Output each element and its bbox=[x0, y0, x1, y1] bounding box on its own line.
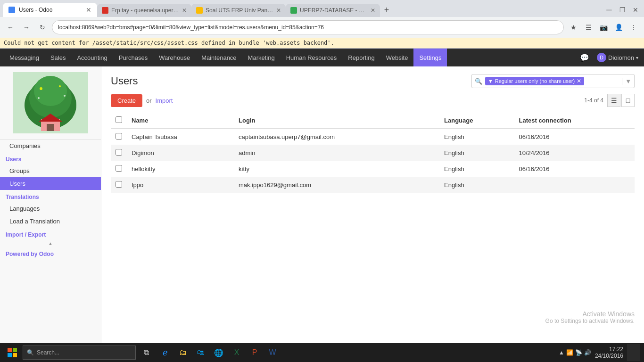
browser-tabs: Users - Odoo ✕ Erp tay - queenelsa.uperp… bbox=[0, 0, 644, 17]
taskbar-photos-icon[interactable]: 🌐 bbox=[210, 344, 227, 361]
svg-point-7 bbox=[38, 97, 40, 99]
restore-button[interactable]: ❐ bbox=[617, 4, 628, 16]
taskbar-expand-icon[interactable]: ▲ bbox=[559, 349, 564, 356]
address-bar[interactable]: localhost:8069/web?db=bms#page=0&limit=8… bbox=[52, 20, 564, 34]
chat-icon[interactable]: 💬 bbox=[578, 51, 591, 64]
row-checkbox[interactable] bbox=[116, 149, 122, 156]
or-separator: or bbox=[146, 97, 152, 104]
nav-reporting[interactable]: Reporting bbox=[342, 49, 380, 66]
show-desktop-button[interactable] bbox=[627, 344, 640, 361]
active-tab[interactable]: Users - Odoo ✕ bbox=[3, 3, 97, 17]
table-row[interactable]: hellokitty kitty English 06/16/2016 bbox=[111, 161, 635, 177]
taskbar-excel-icon[interactable]: X bbox=[228, 344, 245, 361]
import-export-label: Import / Export bbox=[6, 231, 46, 238]
username-label: Dioiomon bbox=[608, 54, 634, 61]
search-input[interactable] bbox=[584, 78, 622, 84]
sidebar-item-languages[interactable]: Languages bbox=[0, 202, 101, 215]
svg-rect-15 bbox=[13, 353, 17, 357]
taskbar-store-icon[interactable]: 🛍 bbox=[192, 344, 209, 361]
nav-human-resources[interactable]: Human Resources bbox=[281, 49, 343, 66]
reload-button[interactable]: ↻ bbox=[36, 21, 49, 34]
taskbar-explorer-icon[interactable]: 🗂 bbox=[174, 344, 191, 361]
nav-settings[interactable]: Settings bbox=[413, 49, 447, 66]
svg-point-5 bbox=[40, 87, 42, 90]
minimize-button[interactable]: ─ bbox=[603, 4, 615, 16]
forward-button[interactable]: → bbox=[20, 21, 33, 34]
row-checkbox[interactable] bbox=[116, 181, 122, 188]
sidebar-users-section: Users bbox=[0, 152, 101, 165]
nav-warehouse[interactable]: Warehouse bbox=[153, 49, 196, 66]
account-button[interactable]: 👤 bbox=[612, 21, 625, 34]
back-button[interactable]: ← bbox=[4, 21, 17, 34]
taskbar-ie-icon[interactable]: ℯ bbox=[157, 344, 173, 361]
taskbar-search[interactable]: 🔍 Search... bbox=[23, 346, 136, 360]
browser-frame: Users - Odoo ✕ Erp tay - queenelsa.uperp… bbox=[0, 0, 644, 38]
sidebar-item-companies[interactable]: Companies bbox=[0, 140, 101, 152]
nav-right: 💬 D Dioiomon ▾ bbox=[578, 51, 640, 64]
table-row[interactable]: Digimon admin English 10/24/2016 bbox=[111, 145, 635, 161]
taskbar-ppt-icon[interactable]: P bbox=[246, 344, 263, 361]
nav-website[interactable]: Website bbox=[380, 49, 414, 66]
sidebar-item-groups[interactable]: Groups bbox=[0, 165, 101, 177]
list-view-button[interactable]: ☰ bbox=[607, 94, 620, 107]
menu-button[interactable]: ⋮ bbox=[627, 21, 640, 34]
taskbar-time-text: 17:22 bbox=[595, 346, 623, 353]
row-name: Digimon bbox=[127, 145, 234, 161]
inactive-tab-1[interactable]: Erp tay - queenelsa.uperp8… ✕ bbox=[97, 4, 191, 17]
row-login: admin bbox=[234, 145, 439, 161]
task-view-button[interactable]: ⧉ bbox=[138, 344, 155, 361]
row-language: English bbox=[439, 145, 514, 161]
tab-close-button[interactable]: ✕ bbox=[86, 6, 91, 14]
create-button[interactable]: Create bbox=[111, 94, 142, 107]
taskbar-apps: ℯ 🗂 🛍 🌐 X P W bbox=[157, 344, 281, 361]
filter-remove-button[interactable]: ✕ bbox=[577, 78, 581, 84]
error-text: Could not get content for /asset/static/… bbox=[4, 40, 334, 46]
kanban-view-button[interactable]: □ bbox=[621, 94, 635, 107]
search-bar[interactable]: 🔍 ▼ Regular users only (no share user) ✕… bbox=[471, 74, 635, 88]
user-menu[interactable]: D Dioiomon ▾ bbox=[595, 51, 640, 64]
tab-favicon bbox=[8, 7, 15, 13]
svg-point-4 bbox=[34, 76, 67, 106]
search-filter-badge: ▼ Regular users only (no share user) ✕ bbox=[485, 77, 584, 85]
row-language: English bbox=[439, 129, 514, 145]
sidebar-companies-label: Companies bbox=[9, 142, 41, 149]
address-text: localhost:8069/web?db=bms#page=0&limit=8… bbox=[58, 24, 324, 31]
row-checkbox[interactable] bbox=[116, 133, 122, 140]
tab4-close[interactable]: ✕ bbox=[371, 7, 375, 14]
header-name: Name bbox=[127, 113, 234, 129]
taskbar-word-icon[interactable]: W bbox=[264, 344, 281, 361]
svg-rect-13 bbox=[13, 348, 17, 352]
inactive-tab-2[interactable]: Soal UTS ERP Univ Pancasil… ✕ bbox=[191, 4, 286, 17]
search-icon: 🔍 bbox=[472, 78, 485, 85]
table-row[interactable]: Ippo mak.ippo1629@gmail.com English bbox=[111, 177, 635, 193]
reader-view-button[interactable]: ☰ bbox=[582, 21, 595, 34]
user-menu-chevron: ▾ bbox=[636, 55, 638, 60]
new-tab-button[interactable]: + bbox=[380, 3, 393, 16]
nav-marketing[interactable]: Marketing bbox=[242, 49, 281, 66]
search-options-button[interactable]: ▼ bbox=[622, 78, 634, 85]
nav-sales[interactable]: Sales bbox=[45, 49, 72, 66]
bookmark-button[interactable]: ★ bbox=[567, 21, 580, 34]
table-row[interactable]: Captain Tsubasa captaintsubasa.uperp7@gm… bbox=[111, 129, 635, 145]
sidebar-item-users[interactable]: Users bbox=[0, 177, 101, 190]
inactive-tab-3[interactable]: UPERP7-DATABASE - Googl… ✕ bbox=[286, 4, 380, 17]
row-checkbox[interactable] bbox=[116, 165, 122, 172]
row-login: captaintsubasa.uperp7@gmail.com bbox=[234, 129, 439, 145]
row-name: hellokitty bbox=[127, 161, 234, 177]
taskbar-date-text: 24/10/2016 bbox=[595, 353, 623, 359]
extensions-button[interactable]: 📷 bbox=[597, 21, 610, 34]
tab2-close[interactable]: ✕ bbox=[182, 7, 187, 14]
nav-messaging[interactable]: Messaging bbox=[4, 49, 45, 66]
groups-label: Groups bbox=[9, 167, 30, 174]
close-window-button[interactable]: ✕ bbox=[630, 4, 641, 16]
nav-maintenance[interactable]: Maintenance bbox=[196, 49, 242, 66]
nav-purchases[interactable]: Purchases bbox=[113, 49, 153, 66]
nav-accounting[interactable]: Accounting bbox=[71, 49, 113, 66]
pagination: 1-4 of 4 ☰ □ bbox=[584, 94, 635, 107]
select-all-checkbox[interactable] bbox=[116, 116, 122, 123]
sidebar-item-load-translation[interactable]: Load a Translation bbox=[0, 215, 101, 228]
tab3-close[interactable]: ✕ bbox=[276, 7, 281, 14]
import-button[interactable]: Import bbox=[156, 97, 173, 104]
start-button[interactable] bbox=[4, 344, 21, 361]
load-translation-label: Load a Translation bbox=[9, 218, 60, 225]
